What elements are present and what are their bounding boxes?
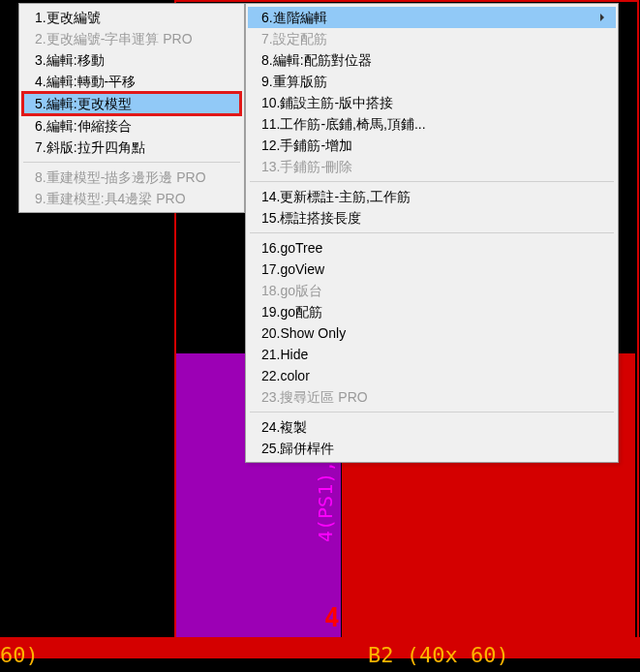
menu2-item-22[interactable]: 25.歸併桿件 [248,438,616,459]
menu1-item-5[interactable]: 6.編輯:伸縮接合 [21,115,242,137]
menu2-item-12[interactable]: 16.goTree [248,237,616,259]
menu1-item-6[interactable]: 7.斜版:拉升四角點 [21,137,242,158]
menu2-item-1: 7.設定配筋 [248,28,616,49]
menu2-item-18[interactable]: 22.color [248,365,616,386]
bottom-beam [0,637,640,658]
menu2-item-21[interactable]: 24.複製 [248,416,616,438]
menu2-item-2[interactable]: 8.編輯:配筋對位器 [248,49,616,71]
menu2-item-3[interactable]: 9.重算版筋 [248,71,616,92]
menu1-item-8: 8.重建模型-描多邊形邊 PRO [21,167,242,188]
menu2-item-17[interactable]: 21.Hide [248,344,616,365]
context-menu-main: 1.更改編號2.更改編號-字串運算 PRO3.編輯:移動4.編輯:轉動-平移5.… [18,3,245,213]
menu2-item-6[interactable]: 12.手鋪筋-增加 [248,135,616,156]
menu-separator [23,162,240,163]
menu1-item-4[interactable]: 5.編輯:更改模型 [21,91,242,116]
menu1-item-9: 9.重建模型:具4邊梁 PRO [21,188,242,209]
menu2-item-15[interactable]: 19.go配筋 [248,301,616,322]
dim-label-left: 60) [0,645,39,666]
menu1-item-0[interactable]: 1.更改編號 [21,7,242,28]
menu2-item-14: 18.go版台 [248,280,616,301]
menu2-item-19: 23.搜尋近區 PRO [248,386,616,408]
menu2-item-9[interactable]: 14.更新標註-主筋,工作筋 [248,186,616,207]
menu1-item-1: 2.更改編號-字串運算 PRO [21,28,242,49]
menu-separator [250,181,614,182]
menu2-item-5[interactable]: 11.工作筋-底鋪,椅馬,頂鋪... [248,113,616,135]
context-menu-sub: 6.進階編輯7.設定配筋8.編輯:配筋對位器9.重算版筋10.鋪設主筋-版中搭接… [245,3,619,463]
menu2-item-0[interactable]: 6.進階編輯 [248,7,616,28]
menu1-item-3[interactable]: 4.編輯:轉動-平移 [21,71,242,92]
menu2-item-4[interactable]: 10.鋪設主筋-版中搭接 [248,92,616,113]
menu-separator [250,232,614,233]
annotation-num: 4 [324,605,340,630]
menu2-item-16[interactable]: 20.Show Only [248,322,616,344]
menu2-item-10[interactable]: 15.標註搭接長度 [248,207,616,229]
menu2-item-13[interactable]: 17.goView [248,259,616,280]
dim-label-b2: B2 (40x 60) [368,645,509,666]
menu2-item-7: 13.手鋪筋-刪除 [248,156,616,177]
menu1-item-2[interactable]: 3.編輯:移動 [21,49,242,71]
menu-separator [250,412,614,412]
